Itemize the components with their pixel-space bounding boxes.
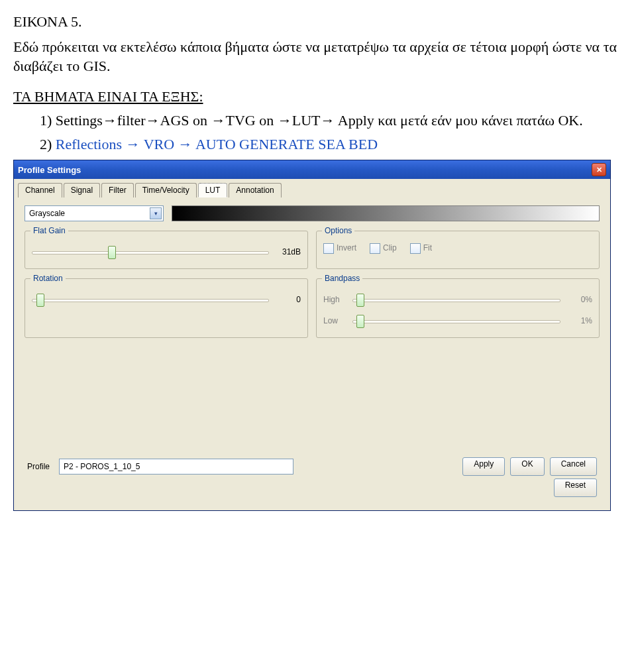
- bandpass-high-label: High: [323, 295, 346, 304]
- step-1-part-e: LUT: [292, 112, 321, 129]
- rotation-group: Rotation 0: [25, 278, 308, 338]
- step-2-part-a: Reflections: [56, 136, 126, 152]
- body-spacer: [25, 347, 600, 453]
- arrow-icon: →: [278, 112, 292, 129]
- step-1-number: 1): [40, 112, 52, 129]
- bandpass-high-slider[interactable]: [352, 294, 560, 306]
- tab-channel[interactable]: Channel: [18, 183, 62, 197]
- tab-signal[interactable]: Signal: [64, 183, 100, 197]
- clip-checkbox[interactable]: Clip: [370, 243, 397, 254]
- step-2-part-b: VRO: [140, 136, 178, 152]
- rotation-slider[interactable]: [32, 294, 269, 306]
- clip-label: Clip: [383, 243, 397, 252]
- palette-value: Grayscale: [29, 209, 65, 218]
- palette-preview: [172, 205, 600, 221]
- step-1: 1) Settings→filter→AGS on →TVG on →LUT→ …: [40, 112, 623, 129]
- flat-gain-slider[interactable]: [32, 246, 269, 258]
- tab-lut[interactable]: LUT: [198, 183, 228, 197]
- titlebar: Profile Settings ✕: [14, 160, 610, 179]
- step-1-part-f: Apply και μετά εάν μου κάνει πατάω ΟΚ.: [335, 112, 583, 129]
- step-1-part-c: AGS on: [160, 112, 211, 129]
- step-1-part-d: TVG on: [226, 112, 278, 129]
- ok-button[interactable]: OK: [510, 457, 544, 476]
- rotation-value: 0: [276, 295, 301, 304]
- step-2-part-c: AUTO GENERATE SEA BED: [193, 136, 378, 152]
- step-2-number: 2): [40, 136, 52, 152]
- steps-heading: ΤΑ ΒΗΜΑΤΑ ΕΙΝΑΙ ΤΑ ΕΞΗΣ:: [13, 88, 623, 105]
- arrow-icon: →: [103, 112, 117, 129]
- tab-filter[interactable]: Filter: [101, 183, 134, 197]
- cancel-button[interactable]: Cancel: [550, 457, 597, 476]
- arrow-icon: →: [321, 112, 335, 129]
- options-group: Options Invert Clip Fit: [316, 231, 600, 269]
- step-1-part-b: filter: [117, 112, 146, 129]
- step-1-part-a: Settings: [56, 112, 103, 129]
- close-button[interactable]: ✕: [592, 163, 606, 176]
- apply-button[interactable]: Apply: [462, 457, 505, 476]
- profile-label: Profile: [27, 462, 50, 471]
- reset-button[interactable]: Reset: [554, 478, 597, 497]
- arrow-icon: →: [146, 112, 160, 129]
- chevron-down-icon: ▾: [150, 207, 162, 219]
- tab-time-velocity[interactable]: Time/Velocity: [135, 183, 197, 197]
- flat-gain-value: 31dB: [276, 247, 301, 256]
- close-icon: ✕: [596, 166, 602, 174]
- bandpass-low-value: 1%: [567, 316, 592, 325]
- arrow-icon: →: [126, 136, 140, 152]
- intro-paragraph: Εδώ πρόκειται να εκτελέσω κάποια βήματα …: [13, 37, 623, 76]
- fit-label: Fit: [423, 243, 432, 252]
- invert-checkbox[interactable]: Invert: [323, 243, 356, 254]
- tab-annotation[interactable]: Annotation: [229, 183, 281, 197]
- flat-gain-group: Flat Gain 31dB: [25, 231, 308, 269]
- flat-gain-label: Flat Gain: [30, 226, 68, 235]
- dialog-title: Profile Settings: [18, 165, 81, 175]
- palette-select[interactable]: Grayscale ▾: [25, 205, 164, 221]
- bandpass-low-slider[interactable]: [352, 315, 560, 327]
- profile-value: P2 - POROS_1_10_5: [64, 462, 140, 471]
- fit-checkbox[interactable]: Fit: [410, 243, 432, 254]
- arrow-icon: →: [178, 136, 193, 152]
- step-2: 2) Reflections → VRO → AUTO GENERATE SEA…: [40, 136, 623, 153]
- dialog-body: Grayscale ▾ Flat Gain 31dB Options: [18, 197, 606, 506]
- arrow-icon: →: [211, 112, 226, 129]
- options-label: Options: [322, 226, 354, 235]
- image-heading: ΕΙΚΟΝΑ 5.: [13, 12, 623, 32]
- dialog-footer: Profile P2 - POROS_1_10_5 Apply OK Cance…: [25, 453, 600, 478]
- profile-settings-dialog: Profile Settings ✕ Channel Signal Filter…: [13, 160, 611, 511]
- rotation-label: Rotation: [30, 274, 66, 283]
- bandpass-high-value: 0%: [567, 295, 592, 304]
- invert-label: Invert: [337, 243, 356, 252]
- bandpass-low-label: Low: [323, 316, 346, 325]
- tab-bar: Channel Signal Filter Time/Velocity LUT …: [14, 179, 610, 197]
- bandpass-group: Bandpass High 0% Low 1%: [316, 278, 600, 338]
- profile-input[interactable]: P2 - POROS_1_10_5: [59, 459, 293, 475]
- bandpass-label: Bandpass: [322, 274, 362, 283]
